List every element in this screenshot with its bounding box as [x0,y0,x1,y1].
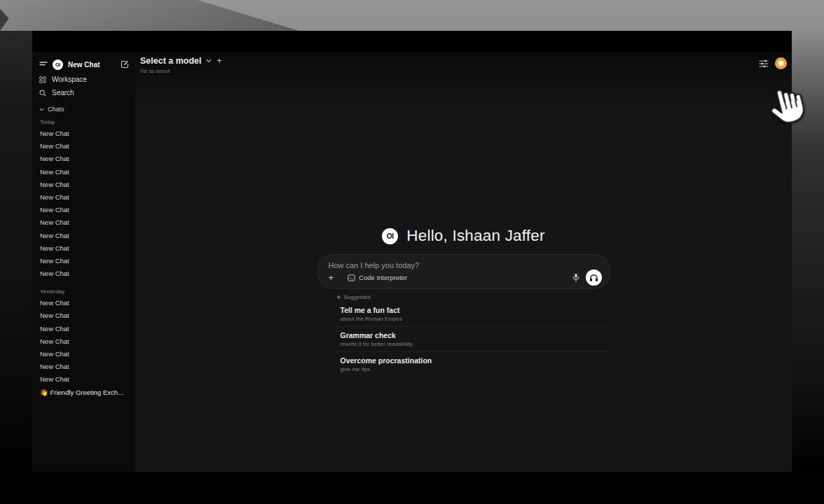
add-model-button[interactable]: + [217,56,222,66]
sidebar-item-label: Workspace [52,76,87,83]
suggested-prompt-title: Tell me a fun fact [341,306,611,314]
sidebar-item-search[interactable]: Search [32,86,135,99]
header-controls [759,57,787,69]
desktop-background-bottom [0,472,824,504]
sidebar-item-label: Search [52,89,74,97]
chat-item[interactable]: New Chat [32,153,135,165]
code-interpreter-label: Code Interpreter [359,274,407,281]
chat-item[interactable]: New Chat [32,255,135,267]
chat-item[interactable]: New Chat [32,267,135,280]
sidebar-header: OI New Chat [32,52,135,73]
composer-toolbar: + Code Interpreter [329,270,602,286]
window-titlebar [32,31,792,52]
chat-item[interactable]: New Chat [32,127,135,140]
chat-group-label: Yesterday [32,286,135,297]
microphone-icon[interactable] [572,273,579,282]
chat-item[interactable]: New Chat [32,323,135,335]
sidebar-toggle-icon[interactable] [39,61,48,68]
chat-item[interactable]: New Chat [32,348,135,360]
suggested-label: Suggested [344,294,371,300]
sidebar-item-workspace[interactable]: Workspace [32,73,135,86]
chat-item[interactable]: New Chat [32,166,135,178]
chat-item[interactable]: New Chat [32,140,135,153]
chats-section-label: Chats [48,106,64,113]
sparkle-icon [336,295,341,300]
workspace-icon [39,76,46,83]
suggested-prompt-subtitle: rewrite it for better readability [341,341,611,347]
greeting: OI Hello, Ishaan Jaffer [382,227,544,245]
app-logo: OI [382,228,398,244]
chat-item[interactable]: New Chat [32,216,135,229]
suggested-prompt-subtitle: give me tips [341,366,611,372]
controls-sliders-icon[interactable] [759,59,769,68]
new-chat-icon[interactable] [121,60,129,69]
model-selector-label: Select a model [140,56,202,66]
main-area: Select a model + Set as default OI Hello… [135,52,792,472]
chat-item[interactable]: New Chat [32,230,135,242]
chat-item[interactable]: New Chat [32,335,135,348]
composer-placeholder[interactable]: How can I help you today? [329,261,602,270]
chevron-down-icon [39,108,44,111]
app-window: OI New Chat Workspace Search [32,31,792,472]
chevron-down-icon [206,59,212,63]
search-icon [39,90,46,97]
background-wedge [0,0,308,31]
suggested-header: Suggested [335,294,611,300]
user-avatar-image [778,61,783,66]
chat-group-label: Today [32,116,135,127]
chat-item[interactable]: New Chat [32,242,135,255]
suggested-prompt-subtitle: about the Roman Empire [341,316,611,322]
chat-item[interactable]: New Chat [32,360,135,373]
welcome-section: OI Hello, Ishaan Jaffer How can I help y… [135,227,792,377]
chat-item[interactable]: New Chat [32,178,135,191]
sidebar-title: New Chat [68,61,116,69]
chat-item[interactable]: New Chat [32,204,135,216]
attach-button[interactable]: + [329,274,334,282]
screen: OI New Chat Workspace Search [0,0,824,504]
chat-item[interactable]: New Chat [32,191,135,204]
suggested-prompt[interactable]: Overcome procrastinationgive me tips [335,352,611,377]
code-interpreter-toggle[interactable]: Code Interpreter [348,274,407,281]
chat-item[interactable]: New Chat [32,309,135,322]
desktop-background-top [0,0,824,31]
user-avatar[interactable] [775,57,787,69]
chat-item[interactable]: New Chat [32,373,135,386]
chat-list: TodayNew ChatNew ChatNew ChatNew ChatNew… [32,116,135,386]
sidebar: OI New Chat Workspace Search [32,52,135,472]
voice-call-button[interactable] [586,270,602,286]
suggested-prompts: Suggested Tell me a fun factabout the Ro… [317,294,611,377]
message-composer[interactable]: How can I help you today? + Code Interpr… [317,254,611,289]
chats-collapse-toggle[interactable]: Chats [32,104,135,115]
desktop-background-left [0,31,32,472]
suggested-prompt[interactable]: Tell me a fun factabout the Roman Empire [335,302,611,327]
chat-item-named[interactable]: 👋 Friendly Greeting Exchange [32,386,135,399]
greeting-text: Hello, Ishaan Jaffer [406,227,544,245]
app-logo: OI [53,59,63,70]
set-as-default-button[interactable]: Set as default [140,69,222,74]
suggested-list: Tell me a fun factabout the Roman Empire… [335,302,611,377]
model-selector[interactable]: Select a model + [140,56,222,66]
suggested-prompt[interactable]: Grammar checkrewrite it for better reada… [335,327,611,352]
suggested-prompt-title: Overcome procrastination [341,356,611,365]
chat-item[interactable]: New Chat [32,297,135,309]
model-header: Select a model + Set as default [140,56,222,74]
code-interpreter-icon [348,274,355,281]
suggested-prompt-title: Grammar check [341,331,611,340]
